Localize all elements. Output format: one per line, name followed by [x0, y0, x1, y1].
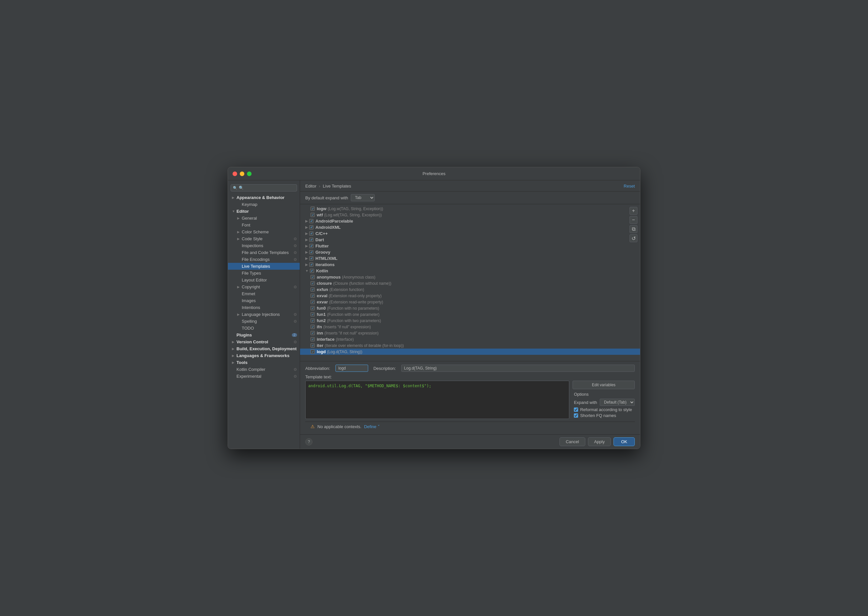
sidebar-item-version-control[interactable]: ▶ Version Control ⚙ — [228, 338, 300, 345]
checkbox-inn[interactable] — [310, 331, 315, 335]
template-item-ifn[interactable]: ifn (Inserts "if null" expression) — [300, 324, 640, 330]
sidebar-item-tools[interactable]: ▶ Tools — [228, 359, 300, 366]
template-item-exvar[interactable]: exvar (Extension read-write property) — [300, 299, 640, 305]
description-input[interactable] — [401, 365, 635, 372]
apply-button[interactable]: Apply — [588, 437, 611, 446]
sidebar-item-layout-editor[interactable]: Layout Editor — [228, 277, 300, 283]
checkbox-groovy[interactable] — [309, 250, 313, 254]
template-item-exfun[interactable]: exfun (Extension function) — [300, 286, 640, 292]
checkbox-cpp[interactable] — [309, 231, 313, 236]
search-bar[interactable]: 🔍 — [231, 184, 297, 192]
checkbox-exvar[interactable] — [310, 300, 315, 304]
checkbox-wtf[interactable] — [310, 213, 315, 217]
template-item-logd[interactable]: logd (Log.d(TAG, String)) — [300, 349, 640, 355]
checkbox-fun1[interactable] — [310, 312, 315, 316]
checkbox-dart[interactable] — [309, 237, 313, 242]
checkbox-androidparcelable[interactable] — [309, 219, 313, 223]
sidebar-item-experimental[interactable]: Experimental ⚙ — [228, 373, 300, 380]
checkbox-exfun[interactable] — [310, 288, 315, 292]
checkbox-anonymous[interactable] — [310, 275, 315, 279]
expand-select[interactable]: Tab Space Enter — [351, 194, 375, 201]
sidebar-item-code-style[interactable]: ▶ Code Style ⚙ — [228, 235, 300, 242]
shorten-checkbox[interactable] — [574, 413, 578, 418]
template-textarea[interactable]: android.util.Log.d(TAG, "$METHOD_NAME$: … — [305, 381, 569, 419]
copy-button[interactable]: ⧉ — [630, 225, 637, 233]
checkbox-androidxml[interactable] — [309, 225, 313, 229]
checkbox-closure[interactable] — [310, 281, 315, 285]
add-button[interactable]: + — [630, 207, 637, 215]
close-button[interactable] — [233, 171, 237, 176]
checkbox-logd[interactable] — [310, 350, 315, 354]
checkbox-exval[interactable] — [310, 294, 315, 298]
sidebar-item-images[interactable]: Images — [228, 297, 300, 304]
expand-with-select[interactable]: Default (Tab) Tab Space Enter — [600, 399, 635, 406]
edit-variables-button[interactable]: Edit variables — [573, 381, 635, 389]
template-item-interface[interactable]: interface (Interface) — [300, 336, 640, 343]
template-group-dart[interactable]: ▶ Dart — [300, 237, 640, 243]
template-item-iter[interactable]: iter (Iterate over elements of iterable … — [300, 343, 640, 349]
help-button[interactable]: ? — [305, 438, 312, 445]
ok-button[interactable]: OK — [613, 437, 635, 446]
template-group-androidxml[interactable]: ▶ AndroidXML — [300, 224, 640, 230]
sidebar-item-appearance[interactable]: ▶ Appearance & Behavior — [228, 194, 300, 201]
search-input[interactable] — [239, 185, 295, 190]
checkbox-fun0[interactable] — [310, 306, 315, 310]
sidebar-item-file-encodings[interactable]: File Encodings ⚙ — [228, 256, 300, 263]
checkbox-iter[interactable] — [310, 343, 315, 347]
sidebar-item-font[interactable]: Font — [228, 222, 300, 228]
template-item-fun1[interactable]: fun1 (Function with one parameter) — [300, 311, 640, 317]
sidebar-item-editor[interactable]: ▼ Editor — [228, 208, 300, 215]
sidebar-item-intentions[interactable]: Intentions — [228, 304, 300, 311]
reformat-checkbox[interactable] — [574, 407, 578, 412]
minimize-button[interactable] — [240, 171, 244, 176]
define-link[interactable]: Define ˅ — [364, 424, 380, 429]
sidebar-item-languages[interactable]: ▶ Languages & Frameworks — [228, 352, 300, 359]
sidebar-item-general[interactable]: ▶ General — [228, 215, 300, 222]
sidebar-item-color-scheme[interactable]: ▶ Color Scheme — [228, 228, 300, 235]
checkbox-interface[interactable] — [310, 337, 315, 341]
reformat-label: Reformat according to style — [580, 407, 632, 412]
template-item-inn[interactable]: inn (Inserts "if not null" expression) — [300, 330, 640, 336]
sidebar-item-language-injections[interactable]: ▶ Language Injections ⚙ — [228, 311, 300, 318]
reset-button[interactable]: Reset — [624, 184, 635, 189]
sidebar-item-copyright[interactable]: ▶ Copyright ⚙ — [228, 283, 300, 290]
sidebar-item-file-code-templates[interactable]: File and Code Templates ⚙ — [228, 249, 300, 256]
template-item-exval[interactable]: exval (Extension read-only property) — [300, 292, 640, 299]
template-item-fun2[interactable]: fun2 (Function with two parameters) — [300, 317, 640, 324]
checkbox-logw[interactable] — [310, 206, 315, 211]
checkbox-fun2[interactable] — [310, 319, 315, 323]
template-item-wtf[interactable]: wtf (Log.wtf(TAG, String, Exception)) — [300, 212, 640, 218]
sidebar-item-label: File Types — [242, 271, 261, 276]
sidebar-item-live-templates[interactable]: Live Templates — [228, 263, 300, 270]
template-group-iterations[interactable]: ▶ iterations — [300, 261, 640, 268]
maximize-button[interactable] — [247, 171, 252, 176]
template-item-anonymous[interactable]: anonymous (Anonymous class) — [300, 274, 640, 280]
template-group-androidparcelable[interactable]: ▶ AndroidParcelable — [300, 218, 640, 224]
sidebar-item-emmet[interactable]: Emmet — [228, 290, 300, 297]
sidebar-item-file-types[interactable]: File Types — [228, 270, 300, 277]
template-group-kotlin[interactable]: ▼ Kotlin — [300, 268, 640, 274]
template-item-fun0[interactable]: fun0 (Function with no parameters) — [300, 305, 640, 311]
checkbox-ifn[interactable] — [310, 325, 315, 329]
undo-button[interactable]: ↺ — [630, 234, 637, 242]
cancel-button[interactable]: Cancel — [559, 437, 585, 446]
sidebar-item-kotlin-compiler[interactable]: Kotlin Compiler ⚙ — [228, 366, 300, 373]
sidebar-item-build[interactable]: ▶ Build, Execution, Deployment — [228, 345, 300, 352]
template-group-cpp[interactable]: ▶ C/C++ — [300, 230, 640, 237]
template-group-groovy[interactable]: ▶ Groovy — [300, 249, 640, 255]
sidebar-item-keymap[interactable]: Keymap — [228, 201, 300, 208]
template-item-closure[interactable]: closure (Closure (function without name)… — [300, 280, 640, 286]
checkbox-flutter[interactable] — [309, 244, 313, 248]
abbreviation-input[interactable] — [336, 365, 368, 372]
sidebar-item-spelling[interactable]: Spelling ⚙ — [228, 318, 300, 325]
checkbox-htmlxml[interactable] — [309, 256, 313, 261]
sidebar-item-inspections[interactable]: Inspections ⚙ — [228, 242, 300, 249]
sidebar-item-todo[interactable]: TODO — [228, 325, 300, 332]
template-group-htmlxml[interactable]: ▶ HTML/XML — [300, 255, 640, 261]
checkbox-iterations[interactable] — [309, 262, 313, 267]
checkbox-kotlin[interactable] — [310, 269, 314, 273]
sidebar-item-plugins[interactable]: Plugins 2 — [228, 332, 300, 338]
template-item-logw[interactable]: logw (Log.w(TAG, String, Exception)) — [300, 206, 640, 212]
template-group-flutter[interactable]: ▶ Flutter — [300, 243, 640, 249]
remove-button[interactable]: − — [630, 216, 637, 224]
